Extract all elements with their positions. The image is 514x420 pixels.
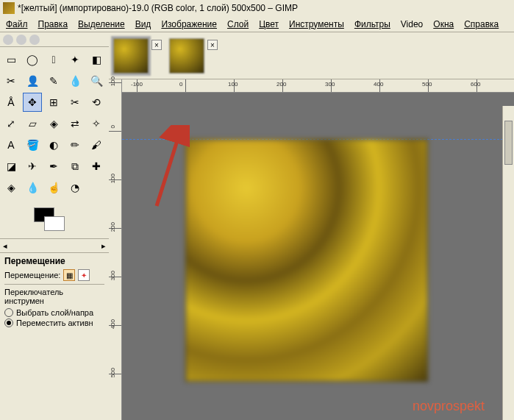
fuzzy-select-icon[interactable]: ✦ — [65, 50, 85, 69]
radio-move-row[interactable]: Переместить активн — [4, 318, 104, 327]
move-mode-path-icon[interactable]: ✦ — [78, 269, 90, 281]
main-area: ▭◯𓏢✦◧✂👤✎💧🔍Å✥⊞✂⟲⤢▱◈⇄✧A🪣◐✏🖌◪✈✒⧉✚◈💧☝◔ ◂ ▸ П… — [0, 32, 514, 420]
scale-icon[interactable]: ⤢ — [1, 114, 21, 133]
switch-label: Переключатель инструмен — [4, 288, 104, 305]
tool-options-title: Перемещение — [4, 256, 104, 266]
move-mode-layer-icon[interactable]: ▦ — [63, 269, 75, 281]
window-titlebar: *[желтый] (импортировано)-19.0 (RGB colo… — [0, 0, 514, 16]
dock-tab-icon[interactable] — [16, 35, 26, 45]
tool-options: Перемещение Перемещение: ▦ ✦ Переключате… — [0, 253, 109, 332]
blend-icon[interactable]: ◐ — [44, 135, 63, 154]
menu-help[interactable]: Справка — [464, 19, 499, 29]
vertical-ruler[interactable]: 1000100200300400500 — [109, 79, 122, 420]
app-icon — [3, 2, 15, 14]
ink-icon[interactable]: ✒ — [44, 157, 63, 176]
menu-image[interactable]: Изображение — [161, 19, 217, 29]
menu-file[interactable]: Файл — [6, 19, 28, 29]
menu-layer[interactable]: Слой — [227, 19, 249, 29]
dock-tab-icon[interactable] — [29, 35, 40, 45]
paintbrush-icon[interactable]: 🖌 — [87, 135, 106, 154]
smudge-icon[interactable]: ☝ — [44, 178, 63, 197]
menu-edit[interactable]: Правка — [38, 19, 68, 29]
color-picker-icon[interactable]: 💧 — [65, 71, 85, 90]
flip-icon[interactable]: ⇄ — [65, 114, 85, 133]
close-tab-icon[interactable]: × — [207, 40, 218, 50]
clone-icon[interactable]: ⧉ — [65, 157, 85, 176]
move-label: Перемещение: — [4, 271, 60, 280]
perspective-icon[interactable]: ◈ — [44, 114, 63, 133]
radio-pick-label: Выбрать слой/напра — [16, 308, 93, 317]
rotate-icon[interactable]: ⟲ — [87, 93, 106, 112]
canvas-area: × × 1000100200300400500 -100010020030040… — [109, 32, 514, 420]
dodge-burn-icon[interactable]: ◔ — [65, 178, 85, 197]
by-color-select-icon[interactable]: ◧ — [87, 50, 106, 69]
menu-windows[interactable]: Окна — [433, 19, 454, 29]
eraser-icon[interactable]: ◪ — [1, 157, 21, 176]
paths-icon[interactable]: ✎ — [44, 71, 63, 90]
dock-menu-icon[interactable]: ◂ — [3, 241, 7, 251]
menu-view[interactable]: Вид — [135, 19, 151, 29]
free-select-icon[interactable]: 𓏢 — [44, 50, 63, 69]
image-tabs: × × — [109, 32, 514, 79]
canvas-image[interactable] — [185, 139, 428, 382]
horizontal-ruler[interactable]: -1000100200300400500600 — [122, 79, 514, 93]
svg-line-0 — [157, 136, 179, 206]
radio-move-label: Переместить активн — [16, 318, 93, 327]
align-icon[interactable]: ⊞ — [44, 93, 63, 112]
dock-controls: ◂ ▸ — [0, 238, 109, 253]
airbrush-icon[interactable]: ✈ — [23, 157, 42, 176]
menu-video[interactable]: Video — [401, 19, 423, 29]
heal-icon[interactable]: ✚ — [87, 157, 106, 176]
measure-icon[interactable]: Å — [1, 93, 21, 112]
bucket-fill-icon[interactable]: 🪣 — [23, 135, 42, 154]
crop-icon[interactable]: ✂ — [65, 93, 85, 112]
cage-icon[interactable]: ✧ — [87, 114, 106, 133]
close-tab-icon[interactable]: × — [151, 40, 162, 50]
menu-tools[interactable]: Инструменты — [289, 19, 344, 29]
scissors-icon[interactable]: ✂ — [1, 71, 21, 90]
dock-tab-icon[interactable] — [3, 35, 13, 45]
window-title: *[желтый] (импортировано)-19.0 (RGB colo… — [18, 3, 298, 13]
ellipse-select-icon[interactable]: ◯ — [23, 50, 42, 69]
dock-tabs — [0, 32, 109, 47]
rect-select-icon[interactable]: ▭ — [1, 50, 21, 69]
dock-arrow-icon[interactable]: ▸ — [101, 241, 106, 251]
ruler-area: 1000100200300400500 -1000100200300400500… — [109, 79, 514, 420]
menu-filters[interactable]: Фильтры — [354, 19, 390, 29]
shear-icon[interactable]: ▱ — [23, 114, 42, 133]
foreground-select-icon[interactable]: 👤 — [23, 71, 42, 90]
annotation-arrow-icon — [138, 125, 190, 213]
radio-icon[interactable] — [4, 308, 13, 317]
vertical-scrollbar[interactable] — [502, 106, 514, 420]
menu-bar: Файл Правка Выделение Вид Изображение Сл… — [0, 16, 514, 32]
perspective-clone-icon[interactable]: ◈ — [1, 178, 21, 197]
toolbox: ▭◯𓏢✦◧✂👤✎💧🔍Å✥⊞✂⟲⤢▱◈⇄✧A🪣◐✏🖌◪✈✒⧉✚◈💧☝◔ — [0, 47, 109, 200]
radio-pick-row[interactable]: Выбрать слой/напра — [4, 308, 104, 317]
color-swatch[interactable] — [0, 206, 109, 238]
menu-color[interactable]: Цвет — [259, 19, 279, 29]
image-thumb[interactable] — [169, 38, 204, 74]
zoom-icon[interactable]: 🔍 — [87, 71, 106, 90]
watermark-text: novprospekt — [413, 399, 485, 414]
radio-icon[interactable] — [4, 318, 13, 327]
blur-icon[interactable]: 💧 — [23, 178, 42, 197]
pencil-icon[interactable]: ✏ — [65, 135, 85, 154]
background-color[interactable] — [44, 216, 65, 231]
move-icon[interactable]: ✥ — [23, 93, 42, 112]
text-icon[interactable]: A — [1, 135, 21, 154]
menu-select[interactable]: Выделение — [78, 19, 125, 29]
image-thumb[interactable] — [113, 38, 149, 74]
sidebar: ▭◯𓏢✦◧✂👤✎💧🔍Å✥⊞✂⟲⤢▱◈⇄✧A🪣◐✏🖌◪✈✒⧉✚◈💧☝◔ ◂ ▸ П… — [0, 32, 109, 420]
canvas[interactable]: novprospekt — [122, 93, 514, 420]
